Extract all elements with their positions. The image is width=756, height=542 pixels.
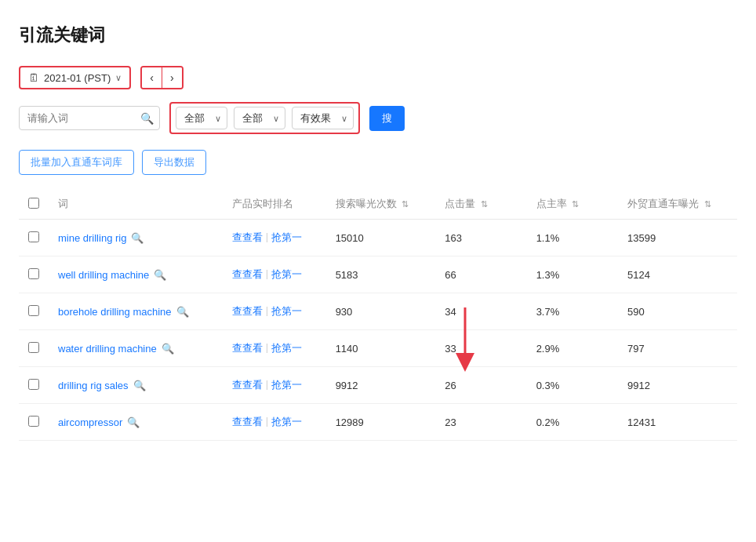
row-checkbox[interactable] (28, 342, 39, 353)
header-ctr[interactable]: 点主率 ⇅ (527, 189, 618, 220)
date-label: 2021-01 (PST) (44, 72, 111, 84)
traffic-cell: 13599 (618, 220, 737, 256)
traffic-cell: 797 (618, 330, 737, 367)
red-arrow-svg (449, 307, 481, 370)
prev-date-button[interactable]: ‹ (142, 67, 162, 88)
row-checkbox[interactable] (28, 416, 39, 427)
filter-select-1[interactable]: 全部 (176, 107, 227, 129)
impressions-cell: 1140 (326, 330, 436, 367)
top-controls: 🗓 2021-01 (PST) ∨ ‹ › (19, 66, 737, 89)
row-checkbox-cell (19, 404, 49, 441)
ctr-cell: 3.7% (527, 293, 618, 330)
select-all-checkbox[interactable] (28, 198, 39, 209)
keyword-search-icon[interactable]: 🔍 (162, 343, 174, 355)
ctr-cell: 0.3% (527, 367, 618, 404)
search-button[interactable]: 搜 (369, 106, 405, 131)
rank-link-view[interactable]: 查查看 (232, 304, 263, 318)
next-date-button[interactable]: › (162, 67, 182, 88)
clicks-cell: 26 (435, 367, 526, 404)
export-data-button[interactable]: 导出数据 (142, 150, 206, 175)
table-header-row: 词 产品实时排名 搜索曝光次数 ⇅ 点击量 ⇅ 点主率 (19, 189, 737, 220)
keyword-text[interactable]: well drilling machine (58, 269, 149, 281)
keyword-search-icon[interactable]: 🔍 (176, 306, 189, 318)
rank-link-first[interactable]: 抢第一 (271, 304, 302, 318)
impressions-sort-icon: ⇅ (402, 199, 409, 209)
rank-link-first[interactable]: 抢第一 (271, 341, 302, 355)
date-nav-buttons: ‹ › (140, 66, 183, 89)
rank-cell: 查查看 | 抢第一 (223, 220, 326, 256)
row-checkbox[interactable] (28, 305, 39, 316)
keyword-text[interactable]: aircompressor (58, 417, 122, 428)
search-input[interactable] (19, 106, 160, 130)
row-checkbox-cell (19, 293, 49, 330)
row-checkbox-cell (19, 256, 49, 293)
clicks-cell: 23 (435, 404, 526, 441)
traffic-cell: 12431 (618, 404, 737, 441)
filter-select-2[interactable]: 全部 (234, 107, 285, 129)
rank-cell: 查查看 | 抢第一 (223, 367, 326, 404)
keyword-cell: borehole drilling machine 🔍 (49, 293, 223, 330)
keyword-cell: aircompressor 🔍 (49, 404, 223, 441)
row-checkbox-cell (19, 220, 49, 256)
keyword-search-icon[interactable]: 🔍 (133, 380, 146, 391)
rank-link-view[interactable]: 查查看 (232, 341, 263, 355)
header-rank: 产品实时排名 (223, 189, 326, 220)
keyword-cell: water drilling machine 🔍 (49, 330, 223, 367)
keyword-text[interactable]: drilling rig sales (58, 380, 129, 391)
traffic-cell: 5124 (618, 256, 737, 293)
row-checkbox[interactable] (28, 231, 39, 242)
rank-link-view[interactable]: 查查看 (232, 231, 263, 245)
rank-link-view[interactable]: 查查看 (232, 378, 263, 392)
header-clicks[interactable]: 点击量 ⇅ (435, 189, 526, 220)
traffic-cell: 9912 (618, 367, 737, 404)
ctr-cell: 1.1% (527, 220, 618, 256)
filter-select-3[interactable]: 有效果 全部 (292, 107, 354, 129)
rank-link-first[interactable]: 抢第一 (271, 415, 302, 429)
impressions-cell: 5183 (326, 256, 436, 293)
keywords-table: 词 产品实时排名 搜索曝光次数 ⇅ 点击量 ⇅ 点主率 (19, 189, 737, 441)
main-page: 引流关键词 🗓 2021-01 (PST) ∨ ‹ › 🔍 全部 全部 (0, 0, 756, 542)
ctr-cell: 0.2% (527, 404, 618, 441)
bulk-add-button[interactable]: 批量加入直通车词库 (19, 150, 134, 175)
rank-link-first[interactable]: 抢第一 (271, 378, 302, 392)
rank-cell: 查查看 | 抢第一 (223, 330, 326, 367)
keyword-text[interactable]: mine drilling rig (58, 232, 126, 244)
impressions-cell: 930 (326, 293, 436, 330)
filter-select-3-wrap: 有效果 全部 (292, 107, 354, 129)
keyword-text[interactable]: water drilling machine (58, 343, 157, 355)
rank-link-first[interactable]: 抢第一 (271, 231, 302, 245)
rank-cell: 查查看 | 抢第一 (223, 256, 326, 293)
rank-link-view[interactable]: 查查看 (232, 267, 263, 282)
header-keyword: 词 (49, 189, 223, 220)
keyword-search-icon[interactable]: 🔍 (154, 269, 166, 281)
table-row: water drilling machine 🔍 查查看 | 抢第一 1140 … (19, 330, 737, 367)
ctr-cell: 2.9% (527, 330, 618, 367)
rank-cell: 查查看 | 抢第一 (223, 293, 326, 330)
traffic-sort-icon: ⇅ (704, 199, 711, 209)
row-checkbox[interactable] (28, 268, 39, 279)
filter-select-1-wrap: 全部 (176, 107, 227, 129)
search-wrap: 🔍 (19, 106, 160, 130)
rank-link-view[interactable]: 查查看 (232, 415, 263, 429)
row-checkbox[interactable] (28, 379, 39, 390)
rank-link-first[interactable]: 抢第一 (271, 267, 302, 282)
keyword-search-icon[interactable]: 🔍 (127, 417, 140, 428)
keyword-text[interactable]: borehole drilling machine (58, 306, 172, 318)
impressions-cell: 12989 (326, 404, 436, 441)
calendar-icon: 🗓 (28, 71, 39, 84)
date-selector[interactable]: 🗓 2021-01 (PST) ∨ (19, 66, 131, 89)
chevron-down-icon: ∨ (115, 73, 122, 83)
keyword-cell: mine drilling rig 🔍 (49, 220, 223, 256)
clicks-cell: 163 (435, 220, 526, 256)
keyword-search-icon[interactable]: 🔍 (131, 232, 144, 244)
clicks-sort-icon: ⇅ (481, 199, 488, 209)
impressions-cell: 15010 (326, 220, 436, 256)
table-row: mine drilling rig 🔍 查查看 | 抢第一 15010 163 … (19, 220, 737, 256)
ctr-cell: 1.3% (527, 256, 618, 293)
header-traffic[interactable]: 外贸直通车曝光 ⇅ (618, 189, 737, 220)
keyword-cell: well drilling machine 🔍 (49, 256, 223, 293)
table-row: borehole drilling machine 🔍 查查看 | 抢第一 93… (19, 293, 737, 330)
header-impressions[interactable]: 搜索曝光次数 ⇅ (326, 189, 436, 220)
clicks-cell: 34 (435, 293, 526, 330)
filter-select-2-wrap: 全部 (234, 107, 285, 129)
